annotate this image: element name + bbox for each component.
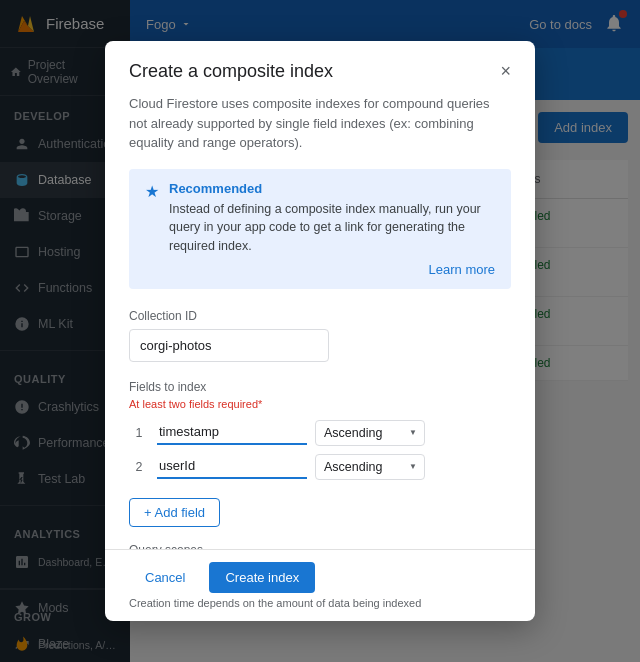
field-order-wrapper-1: Ascending Descending xyxy=(315,420,425,446)
recommended-title: Recommended xyxy=(169,181,495,196)
field-row-2: 2 Ascending Descending xyxy=(129,454,511,480)
field-name-1[interactable] xyxy=(157,420,307,445)
field-order-select-1[interactable]: Ascending Descending xyxy=(315,420,425,446)
modal-title: Create a composite index xyxy=(129,61,333,82)
add-field-button[interactable]: + Add field xyxy=(129,498,220,527)
fields-group: Fields to index At least two fields requ… xyxy=(129,380,511,480)
field-order-select-2[interactable]: Ascending Descending xyxy=(315,454,425,480)
cancel-button[interactable]: Cancel xyxy=(129,562,201,593)
field-number-2: 2 xyxy=(129,460,149,474)
fields-required-note: At least two fields required* xyxy=(129,398,511,410)
modal-close-button[interactable]: × xyxy=(500,61,511,82)
star-icon: ★ xyxy=(145,182,159,201)
field-number-1: 1 xyxy=(129,426,149,440)
recommended-content: Recommended Instead of defining a compos… xyxy=(169,181,495,277)
modal-body: Cloud Firestore uses composite indexes f… xyxy=(105,94,535,549)
learn-more-link[interactable]: Learn more xyxy=(429,262,495,277)
collection-id-group: Collection ID xyxy=(129,309,511,362)
footer-buttons: Cancel Create index xyxy=(129,562,421,593)
footer-note: Creation time depends on the amount of d… xyxy=(129,597,421,609)
footer-left: Cancel Create index Creation time depend… xyxy=(129,562,421,609)
create-index-button[interactable]: Create index xyxy=(209,562,315,593)
collection-id-label: Collection ID xyxy=(129,309,511,323)
field-name-2[interactable] xyxy=(157,454,307,479)
field-order-wrapper-2: Ascending Descending xyxy=(315,454,425,480)
modal-header: Create a composite index × xyxy=(105,41,535,94)
field-row-1: 1 Ascending Descending xyxy=(129,420,511,446)
collection-id-input[interactable] xyxy=(129,329,329,362)
modal-footer: Cancel Create index Creation time depend… xyxy=(105,549,535,621)
recommended-box: ★ Recommended Instead of defining a comp… xyxy=(129,169,511,289)
recommended-text: Instead of defining a composite index ma… xyxy=(169,200,495,256)
create-index-modal: Create a composite index × Cloud Firesto… xyxy=(105,41,535,621)
modal-description: Cloud Firestore uses composite indexes f… xyxy=(129,94,511,153)
fields-label: Fields to index xyxy=(129,380,511,394)
